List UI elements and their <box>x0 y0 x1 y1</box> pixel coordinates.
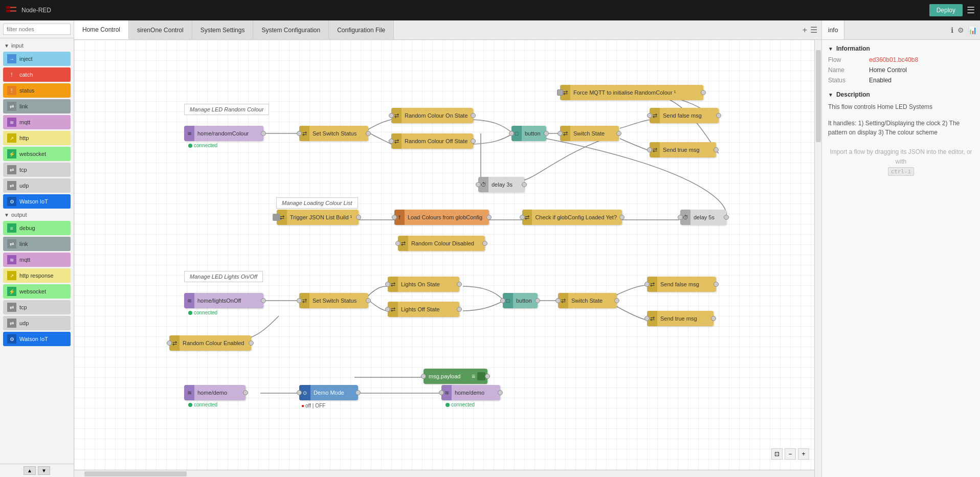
tab-home-control[interactable]: Home Control <box>74 20 129 39</box>
node-set-switch-2[interactable]: ⇄ Set Switch Status <box>299 293 368 308</box>
sidebar-item-mqtt[interactable]: ≋ mqtt <box>3 115 71 129</box>
node-send-true-1[interactable]: ⇄ Send true msg <box>650 142 716 157</box>
sidebar-item-inject[interactable]: → inject <box>3 52 71 66</box>
sidebar-item-watson-iot[interactable]: ⚙ Watson IoT <box>3 194 71 209</box>
sidebar-item-watson-iot-out[interactable]: ⚙ Watson IoT <box>3 332 71 346</box>
sidebar-item-udp-out-label: udp <box>19 320 29 326</box>
topbar-right: Deploy ☰ <box>929 4 975 16</box>
search-input[interactable] <box>3 24 71 35</box>
node-button-2[interactable]: □ button <box>503 293 538 308</box>
node-load-colours[interactable]: f Load Colours from globConfig <box>394 210 489 225</box>
zoom-out-button[interactable]: − <box>785 448 796 460</box>
port-left <box>500 298 505 303</box>
tab-sirenone-label: sirenOne Control <box>137 27 184 34</box>
node-send-false-1[interactable]: ⇄ Send false msg <box>650 108 719 123</box>
node-force-mqtt[interactable]: ⇄ Force MQTT to initialise RandomColour … <box>560 85 703 100</box>
node-home-lights[interactable]: ≋ home/lightsOnOff connected <box>184 293 263 308</box>
zoom-in-button[interactable]: + <box>798 448 809 460</box>
scrollbar-h-thumb[interactable] <box>84 471 187 476</box>
lights-connected-dot <box>188 311 192 315</box>
canvas-scrollbar-h[interactable] <box>74 470 814 477</box>
node-check-glob[interactable]: ⇄ Check if globConfig Loaded Yet? <box>522 210 622 225</box>
rp-tab-info[interactable]: info <box>822 20 844 39</box>
node-random-off[interactable]: ⇄ Random Colour Off State <box>391 133 473 149</box>
canvas-container: Manage LED Random Colour Manage Loading … <box>74 40 821 477</box>
sidebar-item-websocket-out[interactable]: ⚡ websocket <box>3 284 71 299</box>
menu-button[interactable]: ☰ <box>967 5 975 16</box>
node-button-1[interactable]: □ button <box>511 126 546 141</box>
port-right <box>711 316 716 321</box>
node-random-on[interactable]: ⇄ Random Colour On State <box>391 108 473 123</box>
rp-description-text2: It handles: 1) Setting/Displaying the cl… <box>828 119 974 137</box>
sidebar-item-tcp-label: tcp <box>19 167 27 173</box>
node-lights-off[interactable]: ⇄ Lights Off State <box>388 302 459 317</box>
port-right <box>486 215 492 220</box>
sidebar-item-link[interactable]: ⇄ link <box>3 99 71 113</box>
sidebar-item-http[interactable]: ↗ http <box>3 131 71 145</box>
tab-system-config[interactable]: System Configuration <box>253 20 329 39</box>
tab-list-button[interactable]: ☰ <box>810 25 817 35</box>
node-random-disabled-label: Random Colour Disabled <box>411 240 474 246</box>
node-delay-5s[interactable]: ⏱ delay 5s <box>680 210 726 225</box>
rp-information-header[interactable]: ▼ Information <box>828 45 974 52</box>
sidebar-item-websocket[interactable]: ⚡ websocket <box>3 147 71 161</box>
topbar-left: Node-RED <box>5 3 51 18</box>
sidebar-item-udp-out[interactable]: ⇄ udp <box>3 316 71 330</box>
sidebar-output-nodes: ≡ debug ⇄ link ≋ mqtt ↗ http response ⚡ <box>0 220 74 347</box>
sidebar-item-status[interactable]: ! status <box>3 83 71 98</box>
port-right <box>724 215 729 220</box>
node-lights-on[interactable]: ⇄ Lights On State <box>388 277 459 292</box>
rp-icon-chart[interactable]: 📊 <box>968 26 977 34</box>
node-random-disabled[interactable]: ⇄ Random Colour Disabled <box>398 236 485 251</box>
sidebar-item-tcp-out[interactable]: ⇄ tcp <box>3 300 71 314</box>
rp-description-header[interactable]: ▼ Description <box>828 91 974 98</box>
add-tab-button[interactable]: + <box>803 26 807 35</box>
node-trigger-json[interactable]: ⇄ Trigger JSON List Build ¹ <box>277 210 359 225</box>
flow-canvas[interactable]: Manage LED Random Colour Manage Loading … <box>74 40 814 470</box>
sidebar-item-mqtt-out[interactable]: ≋ mqtt <box>3 253 71 267</box>
node-set-switch-1[interactable]: ⇄ Set Switch Status <box>299 126 368 141</box>
sidebar-item-debug-label: debug <box>19 225 35 231</box>
node-switch-state-1[interactable]: ⇄ Switch State <box>560 126 619 141</box>
port-right <box>535 298 540 303</box>
toggle-icon <box>273 214 280 221</box>
rp-icon-info[interactable]: ℹ <box>951 26 953 34</box>
rp-flow-value[interactable]: ed360b01.bc40b8 <box>869 56 974 63</box>
node-home-random-colour[interactable]: ≋ home/randomColour connected <box>184 126 263 141</box>
tab-sirenone-control[interactable]: sirenOne Control <box>129 20 192 39</box>
node-demo-mode[interactable]: ⊙ Demo Mode ● off | OFF <box>299 385 358 400</box>
node-random-enabled[interactable]: ⇄ Random Colour Enabled <box>169 335 251 351</box>
demo-out-connected-text: connected <box>451 402 475 407</box>
sidebar-down-button[interactable]: ▼ <box>38 466 50 475</box>
demo-status: ● off | OFF <box>301 403 325 408</box>
sidebar-item-tcp[interactable]: ⇄ tcp <box>3 163 71 177</box>
node-home-demo-in[interactable]: ≋ home/demo connected <box>184 385 246 400</box>
sidebar-item-catch[interactable]: ! catch <box>3 67 71 82</box>
rp-icon-settings[interactable]: ⚙ <box>957 26 964 34</box>
sidebar-item-link-out[interactable]: ⇄ link <box>3 237 71 251</box>
port-right <box>249 340 254 346</box>
tab-system-settings[interactable]: System Settings <box>192 20 254 39</box>
payload-btn[interactable] <box>477 372 485 380</box>
node-send-false-2[interactable]: ⇄ Send false msg <box>647 277 716 292</box>
deploy-button[interactable]: Deploy <box>929 4 963 16</box>
sidebar-item-debug[interactable]: ≡ debug <box>3 221 71 235</box>
zoom-reset-button[interactable]: ⊡ <box>771 448 783 460</box>
node-delay-3s[interactable]: ⏱ delay 3s <box>478 177 524 192</box>
port-left <box>297 298 302 303</box>
sidebar-section-input[interactable]: ▼ input <box>0 40 74 51</box>
sidebar-up-button[interactable]: ▲ <box>24 466 36 475</box>
port-right <box>485 374 490 379</box>
sidebar-section-output[interactable]: ▼ output <box>0 210 74 220</box>
node-send-true-2[interactable]: ⇄ Send true msg <box>647 311 714 326</box>
node-switch-state-2[interactable]: ⇄ Switch State <box>558 293 617 308</box>
node-home-demo-out[interactable]: ≋ home/demo connected <box>441 385 500 400</box>
canvas-scrollbar-v[interactable] <box>814 40 821 477</box>
sidebar-item-udp[interactable]: ⇄ udp <box>3 178 71 193</box>
tab-config-file[interactable]: Configuration File <box>329 20 394 39</box>
http-resp-icon: ↗ <box>7 271 16 280</box>
port-right <box>366 298 371 303</box>
scrollbar-v-thumb[interactable] <box>816 50 821 142</box>
node-msg-payload[interactable]: msg.payload ≡ <box>424 369 487 384</box>
sidebar-item-http-response[interactable]: ↗ http response <box>3 268 71 283</box>
